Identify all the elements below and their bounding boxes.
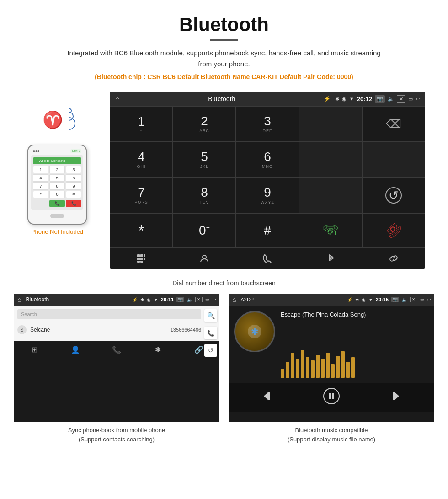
phonebook-home-icon[interactable]: ⌂ (17, 296, 21, 303)
phone-key-3[interactable]: 3 (66, 166, 81, 173)
dial-key-0[interactable]: 0+ (173, 213, 236, 247)
phone-key-7[interactable]: 7 (33, 182, 48, 190)
specs-line: (Bluetooth chip : CSR BC6 Default Blueto… (9, 73, 439, 80)
toolbar-bluetooth-btn[interactable] (299, 253, 362, 263)
dial-key-3[interactable]: 3 DEF (236, 106, 299, 142)
dial-key-5[interactable]: 5 JKL (173, 142, 236, 177)
phonebook-win-icon[interactable]: ▭ (205, 297, 209, 302)
phone-call-btn[interactable]: 📞 (49, 200, 65, 207)
phone-end-btn[interactable]: 📞 (66, 200, 81, 207)
camera-icon[interactable]: 📷 (375, 95, 385, 103)
music-bt-symbol-icon: ✱ (251, 326, 259, 337)
phone-key-5[interactable]: 5 (49, 174, 65, 182)
bluetooth-status-icon: ✱ (335, 96, 339, 102)
eq-bar (316, 355, 320, 378)
search-placeholder: Search (21, 311, 37, 317)
pb-grid-btn[interactable]: ⊞ (14, 345, 55, 354)
music-loc-icon: ◉ (362, 297, 366, 302)
phonebook-refresh-btn[interactable]: ↺ (204, 344, 217, 357)
phone-key-star[interactable]: * (33, 191, 48, 198)
volume-icon[interactable]: 🔈 (388, 96, 394, 102)
music-home-icon[interactable]: ⌂ (232, 296, 236, 303)
dial-key-4[interactable]: 4 GHI (110, 142, 173, 177)
dial-key-1[interactable]: 1 ⌂ (110, 106, 173, 142)
phone-key-4[interactable]: 4 (33, 174, 48, 182)
svg-rect-1 (140, 254, 143, 257)
music-vol-icon[interactable]: 🔈 (402, 297, 407, 302)
svg-point-8 (203, 255, 206, 259)
call-red-btn[interactable]: ☏ (362, 213, 425, 247)
contact-row[interactable]: S Seicane 13566664466 (17, 323, 201, 337)
phone-key-2[interactable]: 2 (49, 166, 65, 173)
close-icon[interactable]: ✕ (397, 95, 405, 103)
signal-waves-icon (66, 108, 75, 130)
home-icon[interactable]: ⌂ (115, 95, 120, 103)
phonebook-search-btn[interactable]: 🔍 (204, 309, 217, 322)
phonebook-vol-icon[interactable]: 🔈 (187, 297, 192, 302)
svg-rect-2 (144, 254, 145, 257)
search-bar[interactable]: Search (17, 309, 201, 319)
music-content: ✱ Escape (The Pina Colada Song) (229, 306, 434, 383)
dial-key-6[interactable]: 6 MNO (236, 142, 299, 177)
svg-rect-13 (332, 393, 334, 399)
next-track-btn[interactable] (388, 390, 401, 405)
phonebook-status-bar: ⌂ Bluetooth ⚡ ✱ ◉ ▼ 20:11 📷 🔈 ✕ ▭ ↩ (14, 294, 219, 306)
dial-key-7[interactable]: 7 PQRS (110, 177, 173, 213)
phone-key-9[interactable]: 9 (66, 182, 81, 190)
call-green-btn[interactable]: ☏ (299, 213, 362, 247)
phone-key-8[interactable]: 8 (49, 182, 65, 190)
dial-key-star[interactable]: * (110, 213, 173, 247)
music-cam-icon[interactable]: 📷 (391, 297, 399, 302)
backspace-btn[interactable]: ⌫ (362, 106, 425, 142)
dial-key-2[interactable]: 2 ABC (173, 106, 236, 142)
dial-key-9[interactable]: 9 WXYZ (236, 177, 299, 213)
status-bar-right: ✱ ◉ ▼ 20:12 📷 🔈 ✕ ▭ ↩ (335, 95, 420, 103)
phone-mockup: ●●● MMS +Add to Contacts 1 2 3 4 5 6 7 8… (27, 145, 87, 225)
svg-rect-6 (137, 261, 140, 263)
phone-key-6[interactable]: 6 (66, 174, 81, 182)
eq-bar (281, 369, 284, 378)
music-info: Escape (The Pina Colada Song) (281, 311, 429, 378)
toolbar-phone-btn[interactable] (236, 253, 299, 263)
phone-key-0[interactable]: 0 (49, 191, 65, 198)
dialpad-status-bar: ⌂ Bluetooth ⚡ ✱ ◉ ▼ 20:12 📷 🔈 ✕ ▭ ↩ (110, 92, 425, 106)
phonebook-cam-icon[interactable]: 📷 (176, 297, 184, 302)
eq-bar (346, 362, 350, 378)
phonebook-back-icon[interactable]: ↩ (212, 297, 216, 302)
toolbar-link-btn[interactable] (362, 253, 425, 263)
dial-caption: Dial number direct from touchscreen (0, 279, 448, 287)
redial-btn[interactable]: ↺ (362, 177, 425, 213)
phone-home-button[interactable] (50, 214, 64, 218)
phonebook-loc-icon: ◉ (147, 297, 151, 302)
pb-phone-btn[interactable]: 📞 (96, 345, 137, 354)
phonebook-call-btn[interactable]: 📞 (204, 327, 217, 339)
phone-key-1[interactable]: 1 (33, 166, 48, 173)
pb-bluetooth-btn[interactable]: ✱ (137, 345, 178, 354)
window-icon[interactable]: ▭ (408, 96, 413, 102)
add-to-contacts-btn[interactable]: +Add to Contacts (33, 157, 81, 164)
svg-marker-9 (264, 392, 268, 400)
eq-bar (321, 359, 325, 378)
prev-track-btn[interactable] (262, 390, 275, 405)
pb-person-btn[interactable]: 👤 (55, 345, 96, 354)
dial-key-hash[interactable]: # (236, 213, 299, 247)
eq-bar (331, 364, 335, 378)
music-caption: Bluetooth music compatible(Support displ… (288, 426, 375, 444)
svg-rect-12 (329, 393, 331, 399)
eq-bars (281, 322, 429, 378)
dial-key-8[interactable]: 8 TUV (173, 177, 236, 213)
svg-rect-7 (140, 261, 143, 263)
music-win-icon[interactable]: ▭ (420, 297, 424, 302)
music-close-icon[interactable]: ✕ (410, 297, 417, 302)
phonebook-title: Bluetooth (26, 296, 129, 303)
toolbar-contacts-btn[interactable] (173, 253, 236, 263)
play-pause-btn[interactable] (323, 388, 340, 407)
album-art: ✱ (234, 311, 275, 352)
music-back-icon[interactable]: ↩ (427, 297, 431, 302)
back-icon[interactable]: ↩ (416, 96, 420, 102)
phonebook-sig-icon: ▼ (154, 297, 158, 302)
phone-key-hash[interactable]: # (66, 191, 81, 198)
svg-rect-5 (144, 258, 145, 260)
toolbar-grid-btn[interactable] (110, 253, 173, 263)
phonebook-close-icon[interactable]: ✕ (195, 297, 203, 302)
